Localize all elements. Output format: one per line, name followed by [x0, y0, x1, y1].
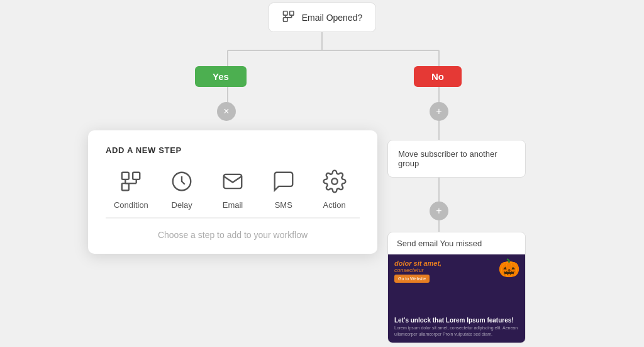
- sms-icon: [270, 168, 297, 195]
- card-send-email[interactable]: Send email You missed dolor sit amet, co…: [387, 232, 526, 343]
- preview-btn: Go to Website: [394, 275, 430, 283]
- condition-label: Condition: [114, 200, 148, 210]
- email-preview-thumbnail: dolor sit amet, consectetur Go to Websit…: [388, 254, 525, 343]
- step-options: Condition Delay: [106, 168, 360, 219]
- preview-text1: dolor sit amet,: [394, 259, 441, 267]
- step-option-sms[interactable]: SMS: [258, 168, 309, 219]
- svg-rect-9: [283, 11, 287, 15]
- svg-rect-11: [283, 18, 287, 21]
- yes-button[interactable]: Yes: [195, 66, 247, 87]
- svg-rect-22: [224, 174, 242, 188]
- add-step-bottom-button[interactable]: +: [430, 202, 448, 220]
- step-option-email[interactable]: Email: [208, 168, 258, 219]
- svg-rect-16: [133, 173, 140, 179]
- step-option-action[interactable]: Action: [309, 168, 360, 219]
- add-step-panel: ADD A NEW STEP Condition: [88, 130, 377, 254]
- step-option-condition[interactable]: Condition: [106, 168, 157, 219]
- condition-node-icon: [282, 9, 296, 25]
- card-move-subscriber[interactable]: Move subscriber to another group: [387, 140, 526, 178]
- email-label: Email: [223, 200, 243, 210]
- card-send-email-header: Send email You missed: [388, 232, 525, 254]
- workflow-canvas: Email Opened? Yes No × + + ADD A NEW STE…: [0, 0, 644, 347]
- step-option-delay[interactable]: Delay: [157, 168, 208, 219]
- svg-rect-10: [290, 11, 294, 15]
- preview-text2: consectetur: [394, 267, 424, 273]
- condition-icon: [117, 168, 145, 195]
- choose-step-text: Choose a step to add to your workflow: [106, 230, 360, 240]
- email-icon: [219, 168, 247, 195]
- add-step-title: ADD A NEW STEP: [106, 145, 360, 155]
- card-move-label: Move subscriber to another group: [398, 149, 497, 168]
- action-label: Action: [323, 200, 346, 210]
- preview-heading: Let's unlock that Lorem Ipsum features!: [394, 317, 519, 324]
- svg-rect-15: [122, 173, 129, 179]
- delay-icon: [168, 168, 196, 195]
- email-opened-label: Email Opened?: [302, 13, 363, 23]
- svg-rect-17: [122, 183, 129, 190]
- remove-yes-button[interactable]: ×: [217, 102, 236, 121]
- no-button[interactable]: No: [414, 66, 462, 87]
- svg-point-23: [331, 178, 338, 185]
- sms-label: SMS: [275, 200, 292, 210]
- pumpkin-emoji: 🎃: [498, 258, 520, 278]
- action-icon: [321, 168, 348, 195]
- add-step-no-button[interactable]: +: [430, 102, 448, 121]
- preview-body: Lorem ipsum dolor sit amet, consectetur …: [394, 325, 519, 338]
- email-opened-node[interactable]: Email Opened?: [269, 3, 376, 32]
- delay-label: Delay: [172, 200, 192, 210]
